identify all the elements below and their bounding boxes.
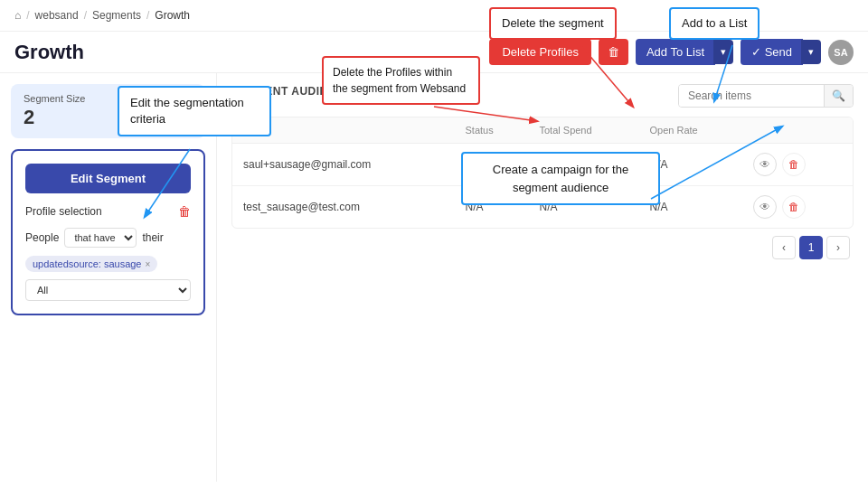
- profile-selection-header: Profile selection 🗑: [25, 204, 191, 219]
- home-icon[interactable]: ⌂: [14, 9, 21, 22]
- send-button[interactable]: ✓ Send: [741, 39, 803, 65]
- next-page-button[interactable]: ›: [826, 236, 850, 259]
- avatar: SA: [828, 40, 854, 65]
- breadcrumb-current: Growth: [155, 9, 190, 22]
- annotation-delete-profiles: Delete the Profiles within the segment f…: [322, 56, 480, 105]
- delete-icon-button[interactable]: 🗑: [599, 39, 628, 65]
- annotation-delete-segment: Delete the segment: [489, 7, 617, 40]
- prev-page-button[interactable]: ‹: [772, 236, 796, 259]
- trash-icon: 🗑: [608, 45, 619, 59]
- search-input[interactable]: [679, 85, 824, 107]
- all-select[interactable]: All: [25, 279, 191, 301]
- add-to-list-button[interactable]: Add To List: [636, 39, 715, 65]
- breadcrumb-sep3: /: [146, 9, 149, 22]
- header-actions: Delete Profiles 🗑 Add To List ▾ ✓ Send ▾…: [489, 39, 854, 65]
- cell-actions: 👁 🗑: [742, 144, 853, 186]
- profile-selection-label: Profile selection: [25, 205, 102, 218]
- filter-word1: People: [25, 231, 59, 244]
- search-button[interactable]: 🔍: [824, 85, 853, 107]
- filter-word3: their: [142, 231, 163, 244]
- col-total-spend: Total Spend: [529, 117, 639, 144]
- right-panel: SEGMENT AUDIENCE 🔍 Email Status Total Sp…: [217, 73, 868, 482]
- view-profile-button[interactable]: 👁: [753, 153, 777, 176]
- delete-row-button[interactable]: 🗑: [782, 195, 806, 219]
- tag-label: updatedsource: sausage: [33, 258, 141, 269]
- annotation-create-campaign: Create a campaign for the segment audien…: [461, 152, 660, 205]
- profile-delete-button[interactable]: 🗑: [178, 204, 191, 219]
- breadcrumb-websand[interactable]: websand: [35, 9, 79, 22]
- pagination: ‹ 1 ›: [231, 229, 854, 267]
- breadcrumb-sep2: /: [84, 9, 87, 22]
- tag-remove-button[interactable]: ×: [145, 259, 150, 269]
- tag-row: updatedsource: sausage ×: [25, 255, 191, 272]
- send-caret-button[interactable]: ▾: [801, 40, 821, 64]
- add-to-list-caret-button[interactable]: ▾: [713, 40, 733, 64]
- filter-have-select[interactable]: that have: [64, 228, 137, 248]
- breadcrumb-segments[interactable]: Segments: [92, 9, 141, 22]
- page-title: Growth: [14, 41, 84, 64]
- annotation-edit-segment: Edit the segmentation criteria: [118, 86, 271, 136]
- search-box: 🔍: [678, 84, 854, 108]
- cell-actions: 👁 🗑: [742, 186, 853, 229]
- add-to-list-group: Add To List ▾: [636, 39, 733, 65]
- cell-email: test_sausage@test.com: [232, 186, 455, 229]
- view-profile-button[interactable]: 👁: [753, 195, 777, 219]
- filter-tag: updatedsource: sausage ×: [25, 256, 157, 272]
- edit-segment-button[interactable]: Edit Segment: [25, 164, 191, 193]
- send-group: ✓ Send ▾: [741, 39, 821, 65]
- filter-row: People that have their: [25, 228, 191, 248]
- col-status: Status: [455, 117, 529, 144]
- cell-email: saul+sausage@gmail.com: [232, 144, 455, 186]
- page-1-button[interactable]: 1: [799, 236, 823, 259]
- annotation-add-to-list: Add to a List: [669, 7, 760, 40]
- breadcrumb-sep: /: [26, 9, 29, 22]
- delete-profiles-button[interactable]: Delete Profiles: [489, 39, 591, 65]
- table-header-row: Email Status Total Spend Open Rate: [232, 117, 853, 144]
- edit-segment-card: Edit Segment Profile selection 🗑 People …: [11, 149, 205, 315]
- col-actions: [742, 117, 853, 144]
- delete-row-button[interactable]: 🗑: [782, 153, 806, 176]
- col-open-rate: Open Rate: [638, 117, 742, 144]
